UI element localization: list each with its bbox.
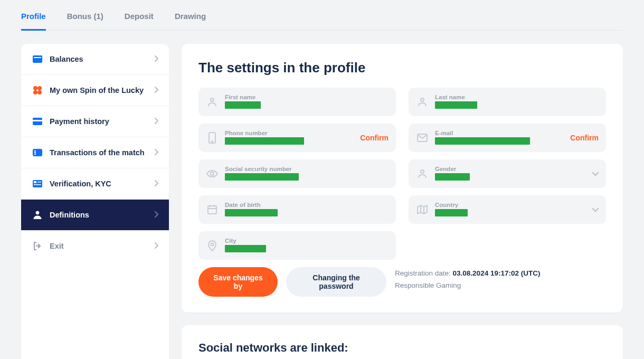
social-card: Social networks are linked: <box>182 325 623 359</box>
field-label: E-mail <box>435 130 566 136</box>
svg-point-18 <box>421 98 424 101</box>
field-value <box>225 209 389 218</box>
field-label: Last name <box>435 94 599 100</box>
svg-rect-9 <box>34 150 36 152</box>
country-field[interactable]: Country <box>409 195 606 224</box>
dob-field[interactable]: Date of birth <box>198 195 396 224</box>
tab-profile[interactable]: Profile <box>21 12 46 31</box>
sidebar-item-verification[interactable]: Verification, KYC <box>21 168 169 200</box>
page-title: The settings in the profile <box>198 60 606 76</box>
exit-icon <box>32 240 43 252</box>
chevron-right-icon <box>154 241 158 251</box>
field-value <box>225 173 389 182</box>
eye-icon <box>206 167 219 180</box>
field-value <box>435 101 599 110</box>
sidebar-item-spin[interactable]: My own Spin of the Lucky <box>21 75 169 106</box>
svg-rect-11 <box>34 154 36 155</box>
field-value <box>225 101 389 110</box>
registration-date-label: Registration date: <box>395 269 451 277</box>
svg-rect-1 <box>34 57 41 58</box>
id-card-icon <box>32 178 43 190</box>
city-field[interactable]: City <box>198 231 396 260</box>
field-label: Phone number <box>225 130 356 136</box>
svg-rect-24 <box>208 206 216 214</box>
sidebar-item-exit[interactable]: Exit <box>21 231 169 261</box>
chevron-right-icon <box>154 117 158 126</box>
tab-deposit[interactable]: Deposit <box>125 12 154 30</box>
change-password-button[interactable]: Changing the password <box>286 267 386 297</box>
svg-point-2 <box>33 86 37 90</box>
svg-rect-8 <box>33 149 42 156</box>
user-icon <box>32 209 43 221</box>
svg-point-3 <box>37 86 42 90</box>
phone-field[interactable]: Phone number Confirm <box>198 124 396 152</box>
sidebar-item-label: Balances <box>50 55 154 63</box>
svg-point-5 <box>37 90 42 95</box>
sidebar-item-balances[interactable]: Balances <box>21 44 169 75</box>
pin-icon <box>206 239 219 252</box>
tab-drawing[interactable]: Drawing <box>175 12 206 30</box>
field-label: City <box>225 238 389 244</box>
confirm-phone-action[interactable]: Confirm <box>360 134 389 142</box>
chevron-down-icon <box>592 205 599 214</box>
clover-icon <box>32 84 43 96</box>
svg-rect-10 <box>34 152 36 153</box>
sidebar-item-label: Exit <box>50 242 154 250</box>
sidebar-item-label: Definitions <box>50 211 154 219</box>
svg-point-20 <box>212 141 213 142</box>
card-icon <box>32 116 43 127</box>
profile-tabs: Profile Bonus (1) Deposit Drawing <box>21 0 623 31</box>
svg-rect-0 <box>33 55 42 63</box>
registration-date: Registration date: 03.08.2024 19:17:02 (… <box>395 269 606 277</box>
chevron-right-icon <box>154 148 158 157</box>
field-label: First name <box>225 94 389 100</box>
chevron-right-icon <box>154 210 158 220</box>
svg-rect-7 <box>33 120 42 121</box>
ssn-field[interactable]: Social security number <box>198 159 396 188</box>
responsible-gaming-link[interactable]: Responsible Gaming <box>395 281 606 289</box>
first-name-field[interactable]: First name <box>198 88 396 116</box>
svg-point-4 <box>33 90 37 95</box>
sidebar-item-payment-history[interactable]: Payment history <box>21 106 169 137</box>
field-value <box>435 209 589 218</box>
gender-field[interactable]: Gender <box>409 159 606 188</box>
sidebar-item-label: Payment history <box>50 117 154 126</box>
calendar-icon <box>206 203 219 216</box>
field-value <box>225 245 389 253</box>
chevron-down-icon <box>592 169 599 178</box>
svg-point-16 <box>36 211 39 214</box>
svg-point-22 <box>211 172 214 175</box>
person-icon <box>206 96 219 108</box>
field-value <box>435 173 589 182</box>
field-label: Gender <box>435 166 589 172</box>
chevron-right-icon <box>154 179 158 188</box>
ticket-icon <box>32 147 43 158</box>
sidebar-item-transactions[interactable]: Transactions of the match <box>21 137 169 168</box>
sidebar-item-label: My own Spin of the Lucky <box>50 86 154 95</box>
sidebar-item-label: Transactions of the match <box>50 148 154 157</box>
email-field[interactable]: E-mail Confirm <box>409 124 606 152</box>
registration-date-value: 03.08.2024 19:17:02 (UTC) <box>453 269 541 277</box>
save-changes-button[interactable]: Save changes by <box>198 267 278 297</box>
tab-bonus[interactable]: Bonus (1) <box>67 12 103 30</box>
field-value <box>435 137 566 146</box>
map-icon <box>416 203 429 216</box>
profile-settings-card: The settings in the profile First name <box>182 44 623 313</box>
confirm-email-action[interactable]: Confirm <box>570 134 599 142</box>
svg-rect-15 <box>37 182 41 183</box>
last-name-field[interactable]: Last name <box>409 88 606 116</box>
chevron-right-icon <box>154 86 158 95</box>
sidebar-item-label: Verification, KYC <box>50 180 154 188</box>
mail-icon <box>416 131 429 144</box>
field-label: Date of birth <box>225 202 389 208</box>
wallet-icon <box>32 53 43 65</box>
field-label: Social security number <box>225 166 389 172</box>
svg-point-17 <box>211 98 214 101</box>
field-label: Country <box>435 202 589 208</box>
svg-point-23 <box>421 170 424 173</box>
person-icon <box>416 167 429 180</box>
chevron-right-icon <box>154 54 158 64</box>
sidebar-item-definitions[interactable]: Definitions <box>21 200 169 231</box>
svg-rect-14 <box>34 184 41 185</box>
svg-rect-13 <box>34 181 36 183</box>
